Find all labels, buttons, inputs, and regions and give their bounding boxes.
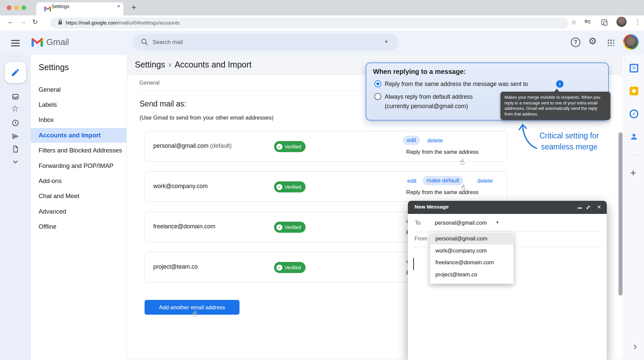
close-icon[interactable]: ×	[596, 203, 602, 211]
reading-list-icon[interactable]	[584, 19, 591, 26]
url-path: /mail/u/0/#settings/accounts	[117, 20, 179, 26]
radio-reply-default-address[interactable]	[374, 93, 381, 100]
sidebar-item-addons[interactable]: Add-ons	[31, 174, 126, 188]
starred-icon[interactable]: ☆	[11, 103, 19, 114]
check-icon: ✓	[276, 224, 282, 230]
expand-icon[interactable]	[586, 205, 591, 210]
dropdown-item-work[interactable]: work@company.com	[430, 245, 513, 257]
text-caret	[413, 258, 414, 270]
dropdown-item-freelance[interactable]: freelance@domain.com	[430, 257, 513, 268]
sidebar-item-offline[interactable]: Offline	[31, 219, 126, 234]
url-text[interactable]: https://mail.google.com/mail/u/0/#settin…	[66, 20, 179, 26]
sidebar-item-advanced[interactable]: Advanced	[31, 204, 126, 219]
annotation-arrow	[517, 122, 541, 150]
radio-reply-default-label: Always reply from default address	[385, 93, 473, 100]
radio-reply-same-address[interactable]	[374, 80, 381, 87]
contacts-icon[interactable]	[630, 132, 638, 141]
url-domain: https://mail.google.com	[66, 20, 117, 26]
new-tab-button[interactable]: +	[131, 3, 136, 12]
radio-reply-default-sublabel: (currently personal@gmail.com)	[385, 103, 468, 110]
reload-button[interactable]: ↻	[32, 18, 38, 26]
to-dropdown-caret-icon[interactable]: ▾	[496, 220, 498, 225]
compose-window: New Message × To personal@gmail.com ▾ Fr…	[408, 201, 607, 360]
snoozed-clock-icon[interactable]	[11, 119, 19, 127]
email-address: work@company.com	[153, 183, 208, 190]
browser-tab[interactable]	[36, 2, 123, 15]
delete-link[interactable]: delete	[427, 137, 443, 144]
to-value[interactable]: personal@gmail.com	[435, 220, 487, 226]
lock-icon	[58, 21, 62, 25]
compose-button[interactable]	[5, 62, 26, 83]
get-addons-plus-icon[interactable]: +	[630, 167, 636, 179]
search-icon	[141, 38, 148, 46]
delete-link[interactable]: delete	[477, 178, 493, 184]
sidebar-item-filters[interactable]: Filters and Blocked Addresses	[31, 143, 126, 158]
breadcrumb-root[interactable]: Settings	[135, 60, 165, 69]
settings-gear-icon[interactable]: ⚙	[588, 36, 597, 47]
browser-profile-avatar[interactable]	[616, 17, 627, 27]
tab-general-label[interactable]: General	[139, 80, 159, 86]
tasks-icon[interactable]: ✓	[630, 109, 638, 118]
sidebar-item-labels[interactable]: Labels	[31, 97, 126, 112]
gmail-logo-icon	[32, 38, 43, 47]
verified-badge: ✓Verified	[274, 181, 306, 192]
account-avatar[interactable]	[623, 34, 639, 50]
sent-icon[interactable]	[11, 132, 19, 140]
inbox-icon[interactable]	[11, 93, 19, 101]
email-address: project@team.co	[153, 263, 198, 270]
keep-icon[interactable]	[630, 87, 638, 95]
mac-zoom-icon[interactable]	[21, 5, 26, 10]
forward-button[interactable]: →	[19, 18, 26, 26]
calendar-icon[interactable]: 31	[630, 64, 638, 73]
send-mail-as-subtitle: (Use Gmail to send from your other email…	[140, 115, 274, 121]
tab-close-icon[interactable]: ×	[115, 3, 122, 10]
info-icon[interactable]: i	[556, 80, 564, 88]
tab-title: Settings	[52, 4, 69, 9]
edit-link[interactable]: edit	[403, 136, 420, 145]
scrollbar-thumb[interactable]	[619, 132, 623, 296]
sidebar-item-general[interactable]: General	[31, 82, 126, 97]
mac-minimize-icon[interactable]	[14, 5, 19, 10]
verified-badge: ✓Verified	[274, 141, 306, 152]
make-default-link[interactable]: make default	[423, 176, 463, 185]
sidebar-item-inbox[interactable]: Inbox	[31, 113, 126, 127]
annotation-text: Critical setting for seamless merge	[534, 130, 604, 152]
gmail-favicon	[44, 6, 51, 11]
sidebar-item-forwarding[interactable]: Forwarding and POP/IMAP	[31, 159, 126, 173]
verified-badge: ✓Verified	[274, 262, 306, 273]
drafts-icon[interactable]	[11, 145, 19, 153]
dropdown-item-project[interactable]: project@team.co	[430, 269, 513, 280]
sidebar-item-chat-and-meet[interactable]: Chat and Meet	[31, 189, 126, 204]
browser-menu-icon[interactable]: ⋮	[635, 18, 641, 26]
breadcrumb-separator-icon: ›	[165, 60, 174, 69]
side-panel-collapse-icon[interactable]: ›	[633, 340, 637, 352]
reply-note: Reply from the same address	[406, 189, 479, 195]
email-address: freelance@domain.com	[153, 223, 215, 230]
search-options-caret-icon[interactable]: ▾	[385, 39, 388, 45]
search-input[interactable]: Search mail	[153, 39, 183, 46]
email-address: personal@gmail.com (default)	[153, 142, 232, 149]
default-suffix: (default)	[209, 142, 232, 149]
email-row-personal: personal@gmail.com (default) ✓Verified e…	[145, 131, 507, 162]
minimize-icon[interactable]	[578, 208, 582, 209]
pencil-icon	[11, 68, 20, 77]
dropdown-item-personal[interactable]: personal@gmail.com	[430, 233, 513, 244]
info-tooltip: Makes your merge invisible to recipients…	[500, 92, 610, 120]
settings-title: Settings	[39, 62, 69, 72]
to-label: To	[415, 220, 421, 226]
sidebar-item-accounts-and-import[interactable]: Accounts and Import	[31, 128, 126, 143]
mac-close-icon[interactable]	[7, 5, 11, 10]
breadcrumb: Settings›Accounts and Import	[135, 60, 252, 70]
more-labels-chevron-icon[interactable]	[11, 158, 19, 166]
back-button[interactable]: ←	[7, 18, 14, 26]
help-icon[interactable]: ?	[571, 38, 580, 47]
check-icon: ✓	[276, 184, 282, 190]
edit-link[interactable]: edit	[407, 178, 416, 184]
send-mail-as-title: Send mail as:	[140, 99, 186, 108]
google-apps-grid-icon[interactable]	[607, 39, 614, 46]
workspace-side-panel	[625, 55, 644, 360]
tab-groups-icon[interactable]	[601, 19, 607, 25]
check-icon: ✓	[276, 144, 282, 150]
main-menu-icon[interactable]	[11, 40, 20, 41]
bookmark-star-icon[interactable]: ☆	[571, 18, 577, 26]
